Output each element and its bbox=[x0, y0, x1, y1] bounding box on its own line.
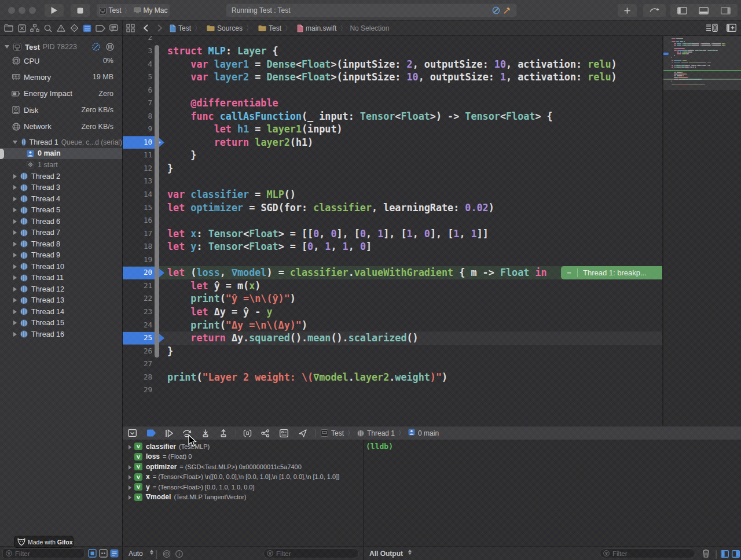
library-button[interactable] bbox=[618, 4, 637, 17]
view-hierarchy-icon[interactable] bbox=[243, 428, 252, 438]
jumpbar-item[interactable]: Test bbox=[167, 24, 191, 32]
thread-row[interactable]: Thread 12 bbox=[0, 283, 122, 295]
find-navigator-icon[interactable] bbox=[42, 23, 54, 34]
quicklook-eye-icon[interactable] bbox=[162, 550, 171, 560]
disclosure-right-icon[interactable] bbox=[13, 219, 17, 224]
variable-row-5[interactable]: Vy= (Tensor<Float>) [0.0, 1.0, 1.0, 0.0] bbox=[123, 482, 363, 492]
breakpoints-enabled-icon[interactable] bbox=[146, 428, 156, 438]
disclosure-right-icon[interactable] bbox=[13, 253, 17, 257]
code-line-21[interactable]: 21 let ŷ = m(x) bbox=[123, 279, 662, 293]
debug-navigator-icon[interactable] bbox=[82, 23, 93, 34]
step-into-icon[interactable] bbox=[200, 428, 210, 438]
minimap[interactable] bbox=[662, 36, 741, 426]
hide-debug-area-icon[interactable] bbox=[127, 428, 137, 438]
code-line-3[interactable]: 3struct MLP: Layer { bbox=[123, 45, 662, 58]
code-line-9[interactable]: 9 let h1 = layer1(input) bbox=[123, 123, 662, 136]
code-line-28[interactable]: 28print("Layer 2 weight: \(∇model.layer2… bbox=[123, 371, 662, 384]
code-line-18[interactable]: 18let y: Tensor<Float> = [0, 1, 1, 0] bbox=[123, 240, 662, 253]
scope-stepper-icon[interactable] bbox=[150, 550, 153, 555]
symbol-navigator-icon[interactable] bbox=[29, 23, 41, 34]
scheme-selector[interactable]: Test 〉 My Mac bbox=[97, 4, 170, 17]
navigator-filter-field[interactable]: Filter bbox=[2, 548, 85, 558]
disclosure-right-icon[interactable] bbox=[13, 174, 17, 179]
source-control-navigator-icon[interactable] bbox=[16, 23, 28, 34]
disclosure-right-icon[interactable] bbox=[13, 332, 17, 337]
code-line-13[interactable]: 13 bbox=[123, 175, 662, 188]
forward-chevron-icon[interactable] bbox=[157, 24, 163, 32]
code-line-6[interactable]: 6 bbox=[123, 84, 662, 97]
filter-running-icon[interactable] bbox=[88, 549, 97, 560]
code-line-19[interactable]: 19 bbox=[123, 253, 662, 267]
related-items-icon[interactable] bbox=[126, 24, 135, 32]
thread-row[interactable]: Thread 16 bbox=[0, 329, 122, 340]
variable-row-6[interactable]: V∇model(Test.MLP.TangentVector) bbox=[123, 492, 363, 503]
code-line-8[interactable]: 8 func callAsFunction(_ input: Tensor<Fl… bbox=[123, 110, 662, 123]
view-mode-icon[interactable] bbox=[110, 549, 119, 560]
disclosure-right-icon[interactable] bbox=[129, 482, 134, 492]
editor-options-icon[interactable] bbox=[706, 24, 718, 34]
simulate-location-icon[interactable] bbox=[298, 428, 307, 438]
process-row[interactable]: Test PID 78223 bbox=[0, 41, 122, 53]
breakpoint-hit-badge[interactable]: =Thread 1: breakp... bbox=[561, 266, 662, 279]
code-line-15[interactable]: 15let optimizer = SGD(for: classifier, l… bbox=[123, 201, 662, 215]
stack-frame-row[interactable]: 1 start bbox=[0, 159, 122, 171]
variable-row-3[interactable]: Voptimizer= (SGD<Test.MLP>) 0x000000011c… bbox=[123, 462, 363, 472]
thread-row[interactable]: Thread 15 bbox=[0, 317, 122, 329]
code-area[interactable]: 23struct MLP: Layer {4 var layer1 = Dens… bbox=[123, 36, 662, 426]
gauge-row-cpu[interactable]: CPU0% bbox=[0, 54, 122, 67]
disclosure-right-icon[interactable] bbox=[13, 242, 17, 246]
disclosure-right-icon[interactable] bbox=[13, 275, 17, 280]
console-scope-selector[interactable]: All Output bbox=[369, 550, 403, 558]
code-line-24[interactable]: 24 print("Δy =\n\(Δy)") bbox=[123, 319, 662, 332]
filter-flag-icon[interactable] bbox=[99, 549, 108, 560]
disclosure-right-icon[interactable] bbox=[129, 441, 134, 452]
thread-row[interactable]: Thread 9 bbox=[0, 249, 122, 261]
show-console-toggle-icon[interactable] bbox=[732, 550, 740, 560]
gauge-row-energy-impact[interactable]: Energy ImpactZero bbox=[0, 87, 122, 100]
navigator-toggle-icon[interactable] bbox=[677, 7, 687, 14]
minimize-window-button[interactable] bbox=[19, 7, 25, 14]
variables-scope-selector[interactable]: Auto bbox=[129, 550, 143, 558]
code-line-23[interactable]: 23 let Δy = ŷ - y bbox=[123, 305, 662, 319]
add-editor-icon[interactable] bbox=[727, 24, 736, 34]
report-navigator-icon[interactable] bbox=[108, 23, 119, 34]
code-line-26[interactable]: 26} bbox=[123, 345, 662, 358]
code-line-5[interactable]: 5 var layer2 = Dense<Float>(inputSize: 1… bbox=[123, 71, 662, 84]
debug-loc-frame[interactable]: 0 main bbox=[418, 429, 439, 437]
code-review-button[interactable] bbox=[643, 4, 666, 17]
thread-row[interactable]: Thread 6 bbox=[0, 216, 122, 227]
thread-row[interactable]: Thread 10 bbox=[0, 261, 122, 272]
code-line-12[interactable]: 12} bbox=[123, 162, 662, 175]
thread-row[interactable]: Thread 13 bbox=[0, 294, 122, 306]
run-button[interactable] bbox=[45, 4, 64, 17]
thread-row[interactable]: Thread 5 bbox=[0, 204, 122, 216]
variable-row-1[interactable]: Vclassifier(Test.MLP) bbox=[123, 441, 363, 452]
thread-row[interactable]: Thread 7 bbox=[0, 227, 122, 238]
continue-icon[interactable] bbox=[164, 428, 174, 438]
memory-graph-icon[interactable] bbox=[261, 428, 270, 438]
code-line-14[interactable]: 14var classifier = MLP() bbox=[123, 188, 662, 201]
disclosure-right-icon[interactable] bbox=[13, 208, 17, 212]
thread-row[interactable]: Thread 1 Queue: c...d (serial) bbox=[0, 137, 122, 148]
code-line-7[interactable]: 7 @differentiable bbox=[123, 97, 662, 110]
issue-navigator-icon[interactable] bbox=[56, 23, 67, 34]
thread-row[interactable]: Thread 4 bbox=[0, 193, 122, 205]
thread-row[interactable]: Thread 14 bbox=[0, 306, 122, 318]
show-variables-toggle-icon[interactable] bbox=[721, 550, 729, 560]
disclosure-down-icon[interactable] bbox=[5, 45, 9, 49]
info-icon[interactable] bbox=[175, 550, 183, 560]
disclosure-right-icon[interactable] bbox=[129, 492, 134, 502]
code-line-2[interactable]: 2 bbox=[123, 36, 662, 45]
scope-stepper-icon[interactable] bbox=[408, 550, 412, 555]
debug-loc-thread[interactable]: Thread 1 bbox=[367, 429, 395, 437]
disclosure-right-icon[interactable] bbox=[13, 298, 17, 303]
thread-row[interactable]: Thread 2 bbox=[0, 171, 122, 182]
disclosure-right-icon[interactable] bbox=[13, 320, 17, 325]
step-out-icon[interactable] bbox=[218, 428, 228, 438]
thread-row[interactable]: Thread 3 bbox=[0, 182, 122, 193]
variable-row-4[interactable]: Vx= (Tensor<Float>) \n[[0.0, 0.0],\n [0.… bbox=[123, 472, 363, 482]
test-navigator-icon[interactable] bbox=[68, 23, 80, 34]
disclosure-right-icon[interactable] bbox=[13, 264, 17, 269]
code-line-27[interactable]: 27 bbox=[123, 358, 662, 371]
thread-row[interactable]: Thread 11 bbox=[0, 272, 122, 283]
